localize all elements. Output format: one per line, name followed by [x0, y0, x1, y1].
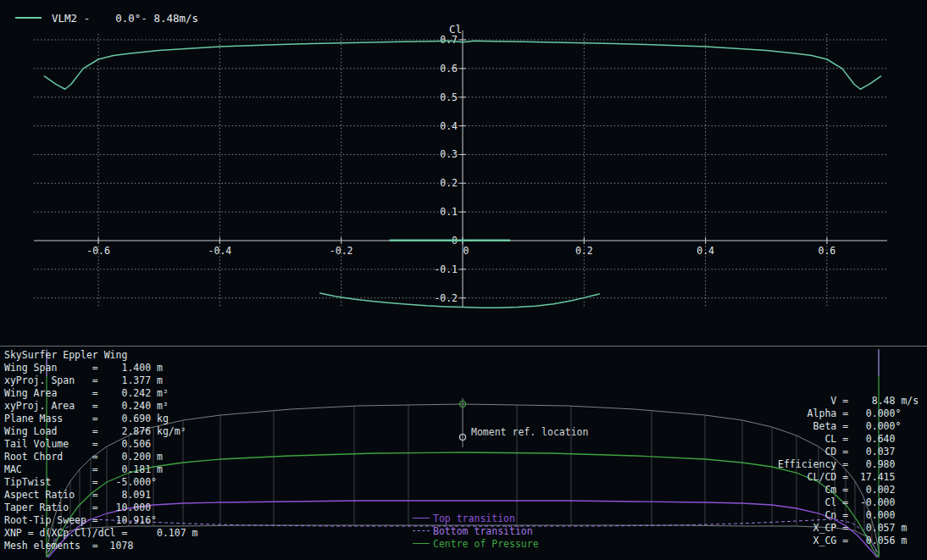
- opp-stat-row: Beta = 0.000°: [778, 420, 919, 433]
- legend-dashed-line-sample: [413, 530, 430, 531]
- wing-name: SkySurfer Eppler Wing: [4, 349, 197, 362]
- wing-stat-row: xyProj. Area = 0.240 m²: [4, 400, 197, 413]
- legend-item-label: Top transition: [433, 513, 515, 524]
- legend-solid-line-sample: [413, 543, 430, 544]
- opp-stat-row: CL/CD = 17.415: [778, 471, 919, 484]
- moment-ref-label: Moment ref. location: [471, 426, 588, 438]
- wing-stat-row: TipTwist = -5.000°: [4, 476, 197, 489]
- wing-legend-item: Bottom transition: [413, 524, 539, 537]
- wing-stat-row: Taper Ratio = 10.000: [4, 502, 197, 514]
- wing-stat-row: Wing Span = 1.400 m: [4, 362, 197, 374]
- plot-title: Cl: [449, 23, 462, 36]
- y-tick-label: -0.1: [434, 263, 458, 275]
- y-tick-label: 0.1: [440, 206, 458, 218]
- opp-stat-row: Alpha = 0.000°: [778, 408, 919, 420]
- xnp-row: XNP = d(XCp.Cl)/dCl = 0.107 m: [4, 527, 197, 540]
- legend-item-label: Centre of Pressure: [433, 538, 539, 550]
- opp-stat-row: Efficiency = 0.980: [778, 458, 919, 471]
- wing-stat-row: Root-Tip Sweep = 10.916°: [4, 514, 197, 527]
- wing-properties-panel: SkySurfer Eppler WingWing Span = 1.400 m…: [4, 349, 197, 552]
- opp-stat-row: X_CG = 0.056 m: [778, 535, 919, 547]
- y-tick-label: 0.2: [440, 177, 458, 189]
- operating-point-results-panel: V = 8.48 m/s Alpha = 0.000° Beta = 0.000…: [778, 395, 919, 547]
- x-tick-label: -0.2: [330, 245, 353, 257]
- opp-stat-row: V = 8.48 m/s: [778, 395, 919, 408]
- x-tick-label: 0.4: [697, 245, 714, 257]
- mesh-elements-row: Mesh elements = 1078: [4, 540, 197, 552]
- x-tick-label: 0: [464, 245, 469, 257]
- wing-stat-row: Wing Load = 2.876 kg/m²: [4, 425, 197, 438]
- cl-distribution-plot[interactable]: 0.70.60.50.40.30.20.10-0.1-0.2-0.6-0.4-0…: [34, 23, 887, 308]
- x-tick-label: 0.6: [819, 245, 836, 257]
- y-tick-label: 0.4: [440, 120, 458, 132]
- wing-stat-row: MAC = 0.181 m: [4, 463, 197, 476]
- y-tick-label: 0.3: [440, 148, 458, 160]
- wing-stat-row: Wing Area = 0.242 m²: [4, 387, 197, 400]
- legend-solid-line-sample: [413, 518, 430, 518]
- wing-stat-row: Tail Volume = 0.506: [4, 438, 197, 451]
- wing-stat-row: Root Chord = 0.200 m: [4, 451, 197, 463]
- wing-stat-row: Plane Mass = 0.690 kg: [4, 413, 197, 425]
- xflr5-operating-point-view: VLM2 - 0.0°- 8.48m/s 0.70.60.50.40.30.20…: [0, 0, 927, 560]
- wing-legend-item: Centre of Pressure: [413, 537, 539, 550]
- x-tick-label: -0.4: [208, 245, 232, 257]
- y-tick-label: 0.7: [440, 34, 458, 46]
- opp-stat-row: Cl = -0.000: [778, 496, 919, 509]
- wing-legend-item: Top transition: [413, 512, 539, 524]
- opp-stat-row: X_CP = 0.057 m: [778, 522, 919, 535]
- opp-stat-row: CL = 0.640: [778, 433, 919, 446]
- x-tick-label: -0.6: [86, 245, 110, 257]
- y-tick-label: 0.6: [440, 63, 458, 75]
- opp-stat-row: CD = 0.037: [778, 446, 919, 458]
- legend-item-label: Bottom transition: [433, 525, 533, 537]
- y-tick-label: 0.5: [440, 91, 458, 103]
- x-tick-label: 0.2: [575, 245, 593, 257]
- wing-view-legend: Top transitionBottom transitionCentre of…: [413, 512, 539, 550]
- opp-stat-row: Cn = 0.000: [778, 509, 919, 522]
- wing-stat-row: xyProj. Span = 1.377 m: [4, 374, 197, 387]
- y-tick-label: -0.2: [434, 292, 458, 304]
- cl-curve-elevator: [320, 293, 600, 308]
- wing-stat-row: Aspect Ratio = 8.091: [4, 489, 197, 502]
- opp-stat-row: Cm = 0.002: [778, 484, 919, 496]
